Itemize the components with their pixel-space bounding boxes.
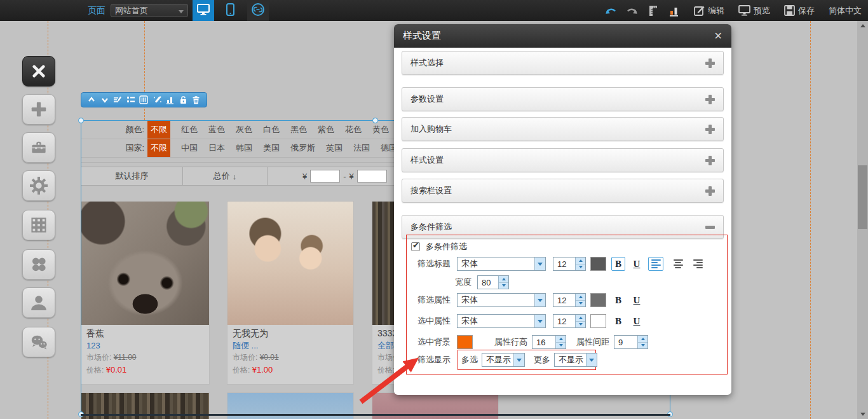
- move-up-icon[interactable]: [86, 94, 97, 106]
- font-family-select[interactable]: 宋体: [457, 257, 546, 271]
- params-icon[interactable]: [138, 94, 149, 106]
- redo-icon[interactable]: [625, 6, 638, 16]
- product-card[interactable]: 香蕉 123 市场价: ¥11.00 价格: ¥0.01: [81, 201, 210, 385]
- section-add-to-cart[interactable]: 加入购物车: [402, 117, 724, 141]
- width-stepper[interactable]: 80: [477, 275, 509, 289]
- underline-button[interactable]: U: [630, 257, 644, 271]
- vertical-scrollbar[interactable]: [857, 21, 868, 419]
- filter-chip[interactable]: 红色: [181, 124, 198, 135]
- stepper-arrows[interactable]: [637, 336, 648, 348]
- font-size-stepper[interactable]: 12: [553, 257, 586, 271]
- filter-chip[interactable]: 不限: [147, 121, 170, 139]
- stepper-arrows[interactable]: [498, 276, 508, 289]
- sidebar-item-design[interactable]: [22, 56, 55, 86]
- selected-attr-color-swatch[interactable]: [590, 314, 606, 328]
- bold-button[interactable]: B: [611, 293, 625, 307]
- chevron-down-icon[interactable]: [513, 354, 524, 366]
- stepper-arrows[interactable]: [575, 294, 585, 306]
- sidebar-item-settings[interactable]: [22, 170, 55, 201]
- sort-total-cell[interactable]: 总价 ↓: [183, 167, 268, 185]
- font-size-stepper[interactable]: 12: [553, 314, 586, 328]
- filter-chip[interactable]: 日本: [208, 142, 225, 154]
- filter-chip[interactable]: 韩国: [236, 142, 252, 154]
- move-down-icon[interactable]: [99, 94, 111, 106]
- filter-chip[interactable]: 美国: [263, 142, 280, 154]
- expand-plus-icon[interactable]: [705, 186, 715, 196]
- filter-chip[interactable]: 中国: [181, 142, 198, 154]
- filter-chip[interactable]: 英国: [326, 142, 342, 154]
- scroll-down-arrow-icon[interactable]: [857, 409, 868, 419]
- section-style-select[interactable]: 样式选择: [402, 51, 724, 75]
- sidebar-item-wechat[interactable]: [22, 327, 55, 357]
- stepper-arrows[interactable]: [575, 258, 585, 270]
- stats-icon[interactable]: [165, 94, 176, 106]
- section-search-bar[interactable]: 搜索栏设置: [402, 179, 724, 203]
- sidebar-item-toolbox[interactable]: [22, 132, 55, 163]
- bold-button[interactable]: B: [611, 314, 625, 328]
- page-select[interactable]: 网站首页: [111, 4, 188, 17]
- collapse-minus-icon[interactable]: [705, 223, 715, 232]
- sort-default-cell[interactable]: 默认排序: [81, 167, 183, 185]
- product-link[interactable]: 123: [86, 340, 204, 352]
- lock-icon[interactable]: [177, 94, 189, 106]
- trash-icon[interactable]: [191, 94, 202, 106]
- filter-chip[interactable]: 不限: [147, 139, 170, 157]
- filter-chip[interactable]: 黄色: [372, 124, 389, 135]
- expand-plus-icon[interactable]: [705, 125, 715, 134]
- desktop-view-button[interactable]: [193, 0, 214, 21]
- section-params[interactable]: 参数设置: [402, 87, 724, 111]
- sidebar-item-apps[interactable]: [22, 249, 55, 280]
- edit-button[interactable]: 编辑: [694, 5, 724, 17]
- filter-chip[interactable]: 灰色: [236, 124, 252, 135]
- filter-chip[interactable]: 白色: [263, 124, 280, 135]
- mobile-view-button[interactable]: [219, 0, 241, 21]
- dialog-header[interactable]: 样式设置 ✕: [394, 24, 731, 48]
- magic-wand-icon[interactable]: [151, 94, 163, 106]
- price-max-input[interactable]: [357, 170, 387, 182]
- filter-chip[interactable]: 紫色: [318, 124, 334, 135]
- filter-chip[interactable]: 法国: [353, 142, 370, 154]
- font-family-select[interactable]: 宋体: [457, 314, 546, 328]
- attr-color-swatch[interactable]: [590, 293, 606, 307]
- chevron-down-icon[interactable]: [534, 258, 545, 270]
- filter-chip[interactable]: 花色: [345, 124, 362, 135]
- chevron-down-icon[interactable]: [586, 354, 597, 366]
- save-button[interactable]: 保存: [784, 5, 815, 17]
- undo-icon[interactable]: [605, 6, 618, 16]
- sidebar-item-modules[interactable]: [22, 210, 55, 240]
- filter-chip[interactable]: 俄罗斯: [290, 142, 315, 154]
- expand-plus-icon[interactable]: [705, 156, 715, 165]
- multi-filter-checkbox[interactable]: ✔: [411, 242, 420, 251]
- font-size-stepper[interactable]: 12: [553, 293, 586, 307]
- selected-bg-color-swatch[interactable]: [457, 335, 473, 349]
- sidebar-item-member[interactable]: [22, 287, 55, 318]
- close-icon[interactable]: ✕: [714, 30, 722, 42]
- link-mode-button[interactable]: [247, 0, 269, 21]
- multi-select-dropdown[interactable]: 不显示: [482, 353, 525, 367]
- attr-spacing-stepper[interactable]: 9: [614, 335, 648, 349]
- align-right-button[interactable]: [690, 257, 705, 271]
- expand-plus-icon[interactable]: [705, 58, 715, 68]
- scrollbar-thumb[interactable]: [858, 165, 867, 229]
- title-color-swatch[interactable]: [590, 257, 606, 271]
- stepper-arrows[interactable]: [555, 336, 566, 348]
- list-settings-icon[interactable]: [125, 94, 137, 106]
- language-switcher[interactable]: 简体中文: [829, 5, 862, 17]
- chevron-down-icon[interactable]: [534, 294, 545, 306]
- product-link[interactable]: 随便 ...: [233, 340, 348, 352]
- ruler-icon[interactable]: [648, 5, 658, 17]
- expand-plus-icon[interactable]: [705, 95, 715, 104]
- line-height-stepper[interactable]: 16: [532, 335, 566, 349]
- chevron-down-icon[interactable]: [534, 315, 545, 327]
- price-min-input[interactable]: [310, 170, 340, 182]
- sidebar-item-add[interactable]: [22, 94, 55, 125]
- more-dropdown[interactable]: 不显示: [554, 353, 597, 367]
- scroll-up-arrow-icon[interactable]: [857, 21, 868, 31]
- selection-handle-top-left[interactable]: [78, 118, 84, 123]
- preview-button[interactable]: 预览: [738, 5, 770, 17]
- align-left-button[interactable]: [648, 257, 663, 271]
- edit-content-icon[interactable]: [112, 94, 123, 106]
- underline-button[interactable]: U: [630, 293, 644, 307]
- font-family-select[interactable]: 宋体: [457, 293, 546, 307]
- stepper-arrows[interactable]: [575, 315, 585, 327]
